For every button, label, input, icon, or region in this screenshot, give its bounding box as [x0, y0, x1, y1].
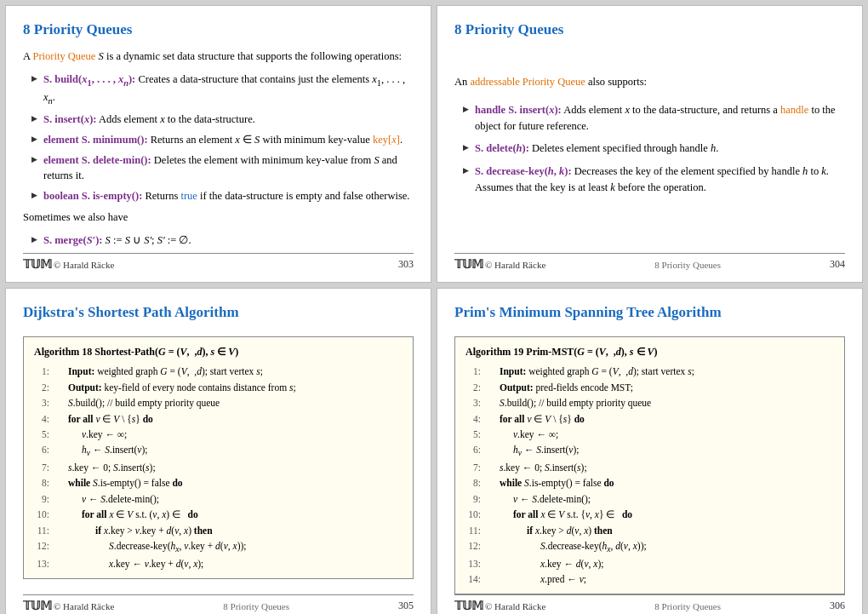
footer-logo-4: 𝕋𝕌𝕄 © Harald Räcke	[454, 599, 545, 613]
algo-title-4: Algorithm 19 Prim-MST(G = (V, ,d), s ∈ V…	[465, 344, 834, 360]
footer-page-2: 304	[830, 258, 845, 271]
footer-logo-2: 𝕋𝕌𝕄 © Harald Räcke	[454, 257, 545, 272]
algo-line-4-6: 6:hv ← S.insert(v);	[465, 442, 834, 460]
slide-1: 8 Priority Queues A Priority Queue S is …	[5, 5, 431, 283]
algo-line-4-14: 14:x.pred ← v;	[465, 571, 834, 587]
algo-line-3-12: 12:S.decrease-key(hx, v.key + d(v, x));	[34, 538, 403, 556]
slide-3: Dijkstra's Shortest Path Algorithm Algor…	[5, 288, 431, 614]
bullet-minimum: element S. minimum(): Returns an element…	[31, 132, 414, 148]
slide-2-bullets: handle S. insert(x): Adds element x to t…	[454, 102, 845, 196]
footer-page-4: 306	[830, 600, 845, 612]
slide-2-body: An addressable Priority Queue also suppo…	[454, 49, 845, 201]
slide-1-title: 8 Priority Queues	[23, 21, 414, 38]
algo-line-3-4: 4:for all v ∈ V \ {s} do	[34, 411, 403, 427]
algo-line-4-1: 1:Input: weighted graph G = (V, ,d); sta…	[465, 364, 834, 379]
bullet-decrease-key: S. decrease-key(h, k): Decreases the key…	[463, 164, 845, 196]
footer-author-4: © Harald Räcke	[485, 601, 545, 611]
footer-author-1: © Harald Räcke	[54, 260, 114, 270]
algo-line-3-9: 9:v ← S.delete-min();	[34, 491, 403, 507]
footer-section-4: 8 Priority Queues	[654, 601, 721, 611]
algo-line-3-2: 2:Output: key-field of every node contai…	[34, 380, 403, 395]
algo-line-4-3: 3:S.build(); // build empty priority que…	[465, 395, 834, 410]
logo-icon-4: 𝕋𝕌𝕄	[454, 599, 483, 613]
footer-author-3: © Harald Räcke	[54, 601, 114, 611]
footer-logo-1: 𝕋𝕌𝕄 © Harald Räcke	[23, 257, 114, 272]
algo-title-3: Algorithm 18 Shortest-Path(G = (V, ,d), …	[34, 344, 403, 360]
slide-1-sometimes: Sometimes we also have	[23, 209, 414, 226]
footer-page-3: 305	[398, 600, 414, 612]
logo-icon-3: 𝕋𝕌𝕄	[23, 599, 51, 613]
algo-line-4-9: 9:v ← S.delete-min();	[465, 491, 834, 507]
algo-line-3-7: 7:s.key ← 0; S.insert(s);	[34, 460, 403, 475]
algo-line-4-2: 2:Output: pred-fields encode MST;	[465, 380, 834, 395]
logo-icon-2: 𝕋𝕌𝕄	[454, 257, 483, 272]
algo-line-4-10: 10:for all x ∈ V s.t. {v, x} ∈ do	[465, 507, 834, 522]
slide-3-footer: 𝕋𝕌𝕄 © Harald Räcke 8 Priority Queues 305	[23, 594, 414, 613]
bullet-build: S. build(x1, . . . , xn): Creates a data…	[31, 72, 414, 107]
algo-body-4: 1:Input: weighted graph G = (V, ,d); sta…	[465, 364, 834, 587]
algo-body-3: 1:Input: weighted graph G = (V, ,d); sta…	[34, 364, 403, 571]
slide-2: 8 Priority Queues An addressable Priorit…	[437, 5, 863, 283]
algo-line-4-7: 7:s.key ← 0; S.insert(s);	[465, 460, 834, 475]
bullet-merge: S. merge(S′): S := S ∪ S′; S′ := ∅.	[31, 232, 414, 249]
footer-section-3: 8 Priority Queues	[223, 601, 289, 611]
algo-line-3-11: 11:if x.key > v.key + d(v, x) then	[34, 523, 403, 538]
footer-section-2: 8 Priority Queues	[654, 260, 721, 270]
algo-line-3-6: 6:hv ← S.insert(v);	[34, 442, 403, 460]
slide-3-title: Dijkstra's Shortest Path Algorithm	[23, 304, 414, 321]
footer-logo-3: 𝕋𝕌𝕄 © Harald Räcke	[23, 599, 114, 613]
algo-line-3-13: 13:x.key ← v.key + d(v, x);	[34, 556, 403, 571]
algo-line-3-3: 3:S.build(); // build empty priority que…	[34, 395, 403, 410]
algo-line-4-4: 4:for all v ∈ V \ {s} do	[465, 411, 834, 427]
bullet-delete-h: S. delete(h): Deletes element specified …	[463, 141, 845, 157]
algo-line-4-8: 8:while S.is-empty() = false do	[465, 475, 834, 491]
bullet-isempty: boolean S. is-empty(): Returns true if t…	[31, 188, 414, 204]
slide-2-footer: 𝕋𝕌𝕄 © Harald Räcke 8 Priority Queues 304	[454, 253, 845, 272]
slide-2-title: 8 Priority Queues	[454, 21, 845, 38]
algo-line-3-5: 5:v.key ← ∞;	[34, 427, 403, 442]
slide-4-title: Prim's Minimum Spanning Tree Algorithm	[454, 304, 845, 321]
footer-author-2: © Harald Räcke	[485, 260, 545, 270]
slide-2-intro: An addressable Priority Queue also suppo…	[454, 74, 845, 90]
bullet-handle-insert: handle S. insert(x): Adds element x to t…	[463, 102, 845, 135]
algo-line-4-12: 12:S.decrease-key(hx, d(v, x));	[465, 538, 834, 556]
algo-line-3-8: 8:while S.is-empty() = false do	[34, 475, 403, 491]
slide-1-intro: A Priority Queue S is a dynamic set data…	[23, 49, 414, 65]
algo-box-4: Algorithm 19 Prim-MST(G = (V, ,d), s ∈ V…	[454, 336, 845, 594]
algo-line-3-1: 1:Input: weighted graph G = (V, ,d); sta…	[34, 364, 403, 379]
slide-4: Prim's Minimum Spanning Tree Algorithm A…	[437, 288, 863, 614]
slide-1-bullets: S. build(x1, . . . , xn): Creates a data…	[23, 72, 414, 204]
slide-1-merge: S. merge(S′): S := S ∪ S′; S′ := ∅.	[23, 232, 414, 249]
bullet-delete-min: element S. delete-min(): Deletes the ele…	[31, 152, 414, 185]
algo-line-3-10: 10:for all x ∈ V s.t. (v, x) ∈ do	[34, 507, 403, 522]
slide-4-footer: 𝕋𝕌𝕄 © Harald Räcke 8 Priority Queues 306	[454, 594, 845, 613]
algo-line-4-5: 5:v.key ← ∞;	[465, 427, 834, 442]
bullet-insert: S. insert(x): Adds element x to the data…	[31, 112, 414, 128]
slide-1-body: A Priority Queue S is a dynamic set data…	[23, 49, 414, 253]
algo-line-4-13: 13:x.key ← d(v, x);	[465, 556, 834, 571]
logo-icon-1: 𝕋𝕌𝕄	[23, 257, 51, 272]
algo-box-3: Algorithm 18 Shortest-Path(G = (V, ,d), …	[23, 336, 414, 579]
slide-1-footer: 𝕋𝕌𝕄 © Harald Räcke 303	[23, 253, 414, 272]
footer-page-1: 303	[398, 258, 414, 271]
algo-line-4-11: 11:if x.key > d(v, x) then	[465, 523, 834, 538]
